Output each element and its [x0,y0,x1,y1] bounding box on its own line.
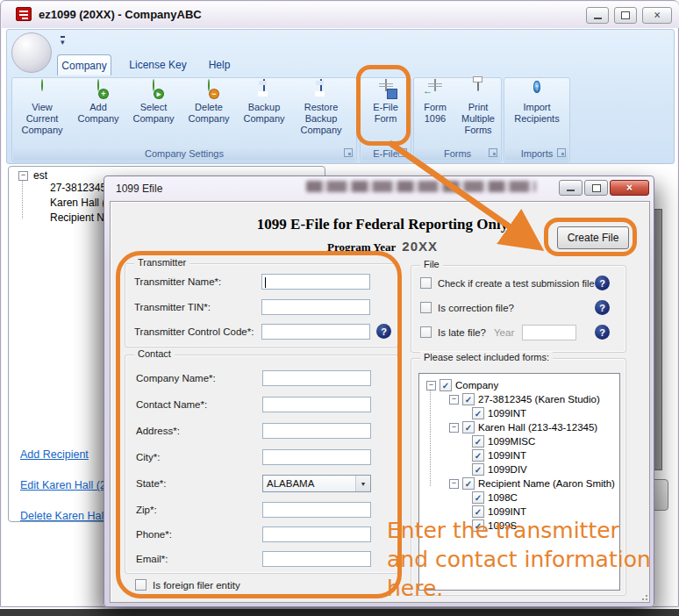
checked-checkbox: ✓ [472,407,484,419]
collapse-icon[interactable]: − [449,395,459,405]
print-multiple-forms-button[interactable]: Print Multiple Forms [456,80,500,136]
tree-item-label: Company [455,380,498,390]
button-label: Delete Company [182,102,236,125]
test-submission-checkbox[interactable] [420,277,432,289]
collapse-icon[interactable]: − [449,479,459,489]
tab-license-key[interactable]: License Key [124,54,192,75]
button-label: Form 1096 [415,102,455,125]
tab-help[interactable]: Help [201,54,238,75]
check-icon: ✓ [475,409,482,419]
included-forms-legend: Please select included forms: [420,352,553,362]
dialog-launcher-icon[interactable] [557,148,566,157]
forms-tree-item[interactable]: − ✓ 27-3812345 (Karen Studio) [449,393,600,405]
forms-tree-item[interactable]: ✓ 1099INT [472,449,526,462]
minus-badge-icon: − [209,89,219,99]
year-input[interactable] [522,325,576,340]
help-icon[interactable]: ? [595,325,610,340]
printer-icon [469,80,487,97]
form-document-icon: ← [426,80,444,97]
check-icon: ✓ [475,465,482,475]
dialog-close-button[interactable]: × [610,180,649,196]
close-icon: × [654,9,661,23]
maximize-button[interactable] [614,7,637,24]
tab-company-label: Company [61,60,106,72]
question-glyph: ? [599,303,605,313]
tree-item-label: 1099INT [488,408,526,419]
checked-checkbox: ✓ [472,491,484,504]
check-icon: ✓ [442,381,449,390]
group-label-imports: Imports [505,147,568,161]
tree-item-label: 1099INT [488,450,526,461]
close-button[interactable]: × [642,7,672,24]
group-label-company-settings: Company Settings [13,147,355,161]
select-company-button[interactable]: ▸ Select Company [126,80,181,125]
annotation-box-create-file [544,218,637,256]
checkbox-label: Check if create a test submission file [438,278,595,289]
forms-tree-item[interactable]: ✓ 1099MISC [472,435,535,448]
dialog-minimize-button[interactable] [559,180,583,196]
forms-tree-item[interactable]: ✓ 1099DIV [472,463,527,476]
group-label-text: Company Settings [145,148,224,159]
collapse-icon[interactable]: − [449,423,459,433]
tree-item-label: est [33,169,47,182]
tree-item-label: 27-3812345 (Karen Studio) [478,394,600,405]
checkbox-label: Is late file? [438,327,486,338]
globe-minus-icon: − [200,80,218,97]
window-title: ez1099 (20XX) - CompanyABC [39,8,202,21]
dialog-launcher-icon[interactable] [398,148,407,157]
group-label-forms: Forms [415,147,500,161]
forms-tree-item[interactable]: ✓ 1099INT [472,407,526,419]
dialog-launcher-icon[interactable] [489,148,497,157]
form-1096-button[interactable]: ← Form 1096 [415,80,455,125]
collapse-icon[interactable]: − [18,171,28,181]
file-groupbox: File Check if create a test submission f… [411,265,626,353]
button-label: Print Multiple Forms [456,102,500,136]
check-icon: ✓ [475,493,482,503]
tree-connector [22,180,23,218]
globe-icon [33,80,51,97]
tree-connector [430,386,431,486]
tree-item-root[interactable]: − est [18,169,47,182]
correction-file-checkbox[interactable] [420,302,432,313]
button-label: View Current Company [15,102,69,136]
group-label-text: Imports [521,148,554,159]
group-label-text: Forms [444,148,471,159]
maximize-icon [621,11,630,19]
backup-company-button[interactable]: Backup Company [237,80,291,125]
minimize-button[interactable] [586,7,609,24]
blurred-background-text [306,181,536,192]
annotation-note: Enter the transmitter and contact inform… [387,516,661,603]
add-recipient-link[interactable]: Add Recipient [20,448,89,461]
add-company-button[interactable]: + Add Company [71,80,125,125]
forms-tree-item[interactable]: − ✓ Recipient Name (Aaron Smith) [449,477,615,490]
main-titlebar: ez1099 (20XX) - CompanyABC × [2,2,679,28]
tab-company[interactable]: Company [57,54,111,75]
restore-backup-company-button[interactable]: Restore Backup Company [292,80,350,136]
close-icon: × [626,182,633,194]
forms-tree-item[interactable]: − ✓ Company [426,379,498,391]
dialog-launcher-icon[interactable] [344,148,353,157]
application-orb-button[interactable] [11,32,52,73]
delete-company-button[interactable]: − Delete Company [182,80,236,125]
checked-checkbox: ✓ [472,463,484,476]
help-icon[interactable]: ? [595,276,610,290]
help-icon[interactable]: ? [595,300,610,315]
dialog-maximize-button[interactable] [584,180,608,196]
import-recipients-button[interactable]: ↑ Import Recipients [507,80,567,125]
late-file-checkbox[interactable] [420,326,432,338]
button-label: Import Recipients [507,102,567,125]
view-current-company-button[interactable]: View Current Company [15,80,69,136]
check-icon: ✓ [475,507,482,517]
forms-tree-item[interactable]: − ✓ Karen Hall (213-43-12345) [449,421,597,433]
tab-help-label: Help [209,59,231,71]
minimize-icon [567,190,575,191]
checked-checkbox: ✓ [462,393,475,405]
check-icon: ✓ [465,479,472,489]
app-logo-icon [16,7,32,21]
check-icon: ✓ [465,423,472,433]
forms-tree-item[interactable]: ✓ 1098C [472,491,518,504]
collapse-icon[interactable]: − [426,381,436,390]
quick-access-dropdown[interactable]: ▾ [61,36,65,46]
maximize-icon [592,184,601,192]
check-icon: ✓ [475,437,482,447]
